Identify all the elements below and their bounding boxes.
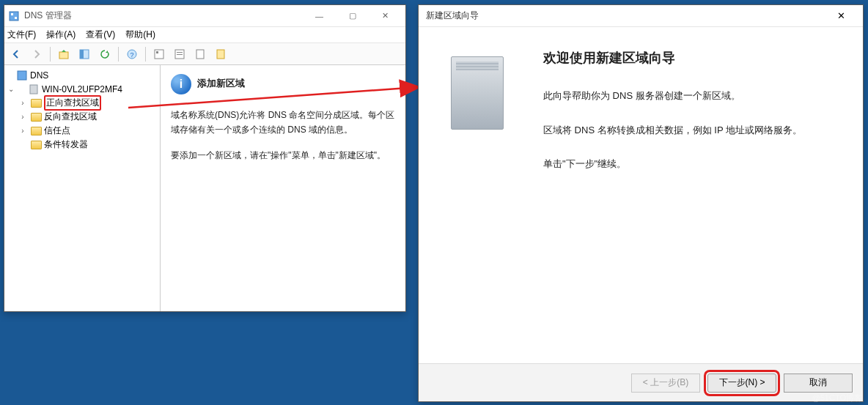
svg-rect-1 [11,13,13,15]
svg-rect-5 [80,50,84,59]
wizard-p1: 此向导帮助你为 DNS 服务器创建一个新区域。 [543,87,841,105]
toolbar-separator [145,47,146,62]
action-button-4[interactable] [212,46,229,62]
tree-root-dns[interactable]: DNS [6,68,158,82]
folder-icon [31,127,42,135]
maximize-button[interactable]: ▢ [336,6,369,26]
menu-help[interactable]: 帮助(H) [125,29,155,41]
tree-label: 信任点 [44,125,70,137]
server-icon [28,83,40,95]
wizard-title: 新建区域向导 [426,10,826,22]
watermark: @51CTO博客 [812,393,862,404]
toolbar-separator [118,47,119,62]
menubar: 文件(F) 操作(A) 查看(V) 帮助(H) [4,27,405,43]
svg-text:?: ? [130,51,133,59]
close-button[interactable]: ✕ [826,6,856,26]
window-title: DNS 管理器 [24,10,303,22]
close-button[interactable]: ✕ [369,6,402,26]
action-button-2[interactable] [171,46,188,62]
tree-label: WIN-0VL2UFP2MF4 [42,84,122,94]
action-button-3[interactable] [191,46,209,62]
wizard-main: 欢迎使用新建区域向导 此向导帮助你为 DNS 服务器创建一个新区域。 区域将 D… [536,27,863,363]
tree-label: 条件转发器 [44,138,88,151]
svg-rect-16 [30,85,37,94]
titlebar[interactable]: DNS 管理器 ― ▢ ✕ [4,5,405,27]
show-hide-button[interactable] [76,46,93,62]
svg-rect-3 [59,52,68,59]
tree-trust-points[interactable]: › 信任点 [6,124,158,138]
dns-manager-window: DNS 管理器 ― ▢ ✕ 文件(F) 操作(A) 查看(V) 帮助(H) ? … [4,4,406,312]
cancel-button[interactable]: 取消 [784,374,853,393]
collapse-icon[interactable]: ⌄ [6,85,16,93]
refresh-button[interactable] [96,46,114,62]
back-button: < 上一步(B) [631,374,700,393]
tree-server[interactable]: ⌄ WIN-0VL2UFP2MF4 [6,82,158,96]
menu-file[interactable]: 文件(F) [7,29,36,41]
tree-reverse-lookup[interactable]: › 反向查找区域 [6,110,158,124]
next-button[interactable]: 下一步(N) > [707,374,776,393]
folder-icon [31,99,42,108]
minimize-button[interactable]: ― [303,6,336,26]
tree-pane: DNS ⌄ WIN-0VL2UFP2MF4 › 正向查找区域 › 反向查找区 [4,65,161,311]
content-pane: i 添加新区域 域名称系统(DNS)允许将 DNS 命名空间分成区域。每个区域存… [161,65,405,311]
help-button[interactable]: ? [123,46,141,62]
wizard-body: 欢迎使用新建区域向导 此向导帮助你为 DNS 服务器创建一个新区域。 区域将 D… [419,27,863,363]
menu-view[interactable]: 查看(V) [86,29,115,41]
content-heading: 添加新区域 [197,77,245,90]
dns-icon [16,70,28,81]
action-button-1[interactable] [150,46,168,62]
expand-icon[interactable]: › [18,113,28,121]
content-header: i 添加新区域 [171,74,395,94]
tree-label-selected: 正向查找区域 [44,95,101,111]
expand-icon[interactable]: › [18,127,28,135]
server-illustration [451,56,504,130]
back-button[interactable] [7,46,25,62]
up-button[interactable] [55,46,73,62]
toolbar-separator [50,47,51,62]
tree-label: DNS [30,70,48,81]
expand-icon[interactable]: › [18,99,28,107]
wizard-sidebar [419,27,536,363]
tree-forward-lookup[interactable]: › 正向查找区域 [6,96,158,110]
svg-rect-2 [15,17,17,19]
info-icon: i [171,74,191,94]
wizard-p3: 单击"下一步"继续。 [543,155,841,174]
svg-rect-0 [10,12,18,21]
tree-label: 反向查找区域 [44,111,97,123]
dns-app-icon [8,10,20,22]
folder-icon [31,141,42,149]
wizard-p2: 区域将 DNS 名称转换成相关数据，例如 IP 地址或网络服务。 [543,122,841,140]
toolbar: ? [4,43,405,65]
svg-rect-14 [217,50,224,59]
svg-rect-11 [177,52,183,53]
content-para-2: 要添加一个新区域，请在"操作"菜单，单击"新建区域"。 [171,148,395,163]
menu-action[interactable]: 操作(A) [46,29,76,41]
content-para-1: 域名称系统(DNS)允许将 DNS 命名空间分成区域。每个区域存储有关一个或多个… [171,108,395,138]
tree-conditional-forwarders[interactable]: 条件转发器 [6,138,158,152]
svg-rect-12 [177,54,183,55]
svg-rect-9 [156,51,158,53]
svg-rect-8 [155,50,163,59]
forward-button[interactable] [28,46,45,62]
new-zone-wizard-window: 新建区域向导 ✕ 欢迎使用新建区域向导 此向导帮助你为 DNS 服务器创建一个新… [418,4,864,402]
split-body: DNS ⌄ WIN-0VL2UFP2MF4 › 正向查找区域 › 反向查找区 [4,65,405,311]
folder-icon [31,113,42,122]
wizard-heading: 欢迎使用新建区域向导 [543,49,841,67]
svg-rect-15 [18,71,26,80]
wizard-footer: < 上一步(B) 下一步(N) > 取消 [419,363,863,401]
svg-rect-13 [196,50,204,59]
wizard-titlebar[interactable]: 新建区域向导 ✕ [419,5,863,27]
